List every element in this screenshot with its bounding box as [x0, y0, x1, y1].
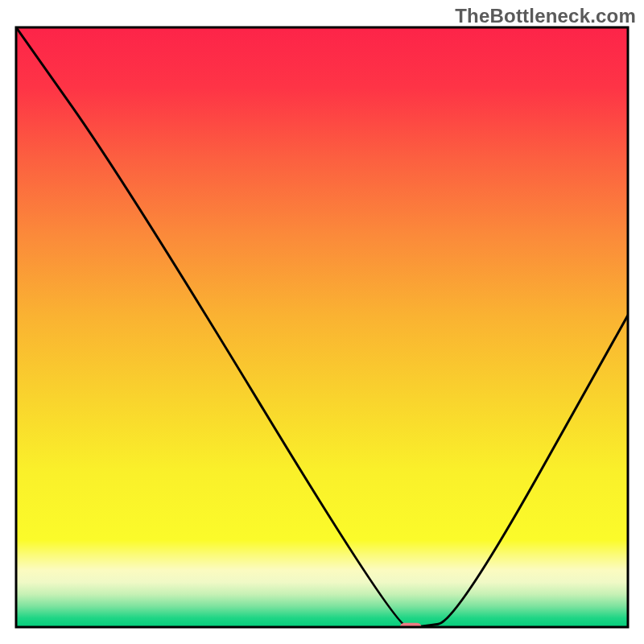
bottleneck-chart	[0, 0, 644, 644]
watermark-label: TheBottleneck.com	[455, 5, 636, 27]
chart-frame: TheBottleneck.com	[0, 0, 644, 644]
plot-background	[16, 27, 628, 627]
